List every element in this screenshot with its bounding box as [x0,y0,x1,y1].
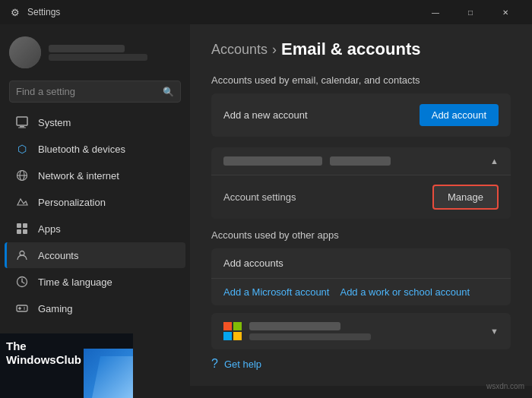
gaming-icon [15,302,29,315]
content-area: Accounts › Email & accounts Accounts use… [190,24,532,386]
svg-rect-1 [20,126,24,128]
add-new-account-label: Add a new account [223,109,308,121]
breadcrumb-separator: › [272,42,277,58]
chevron-down-icon: ▼ [490,327,499,336]
ms-logo-blue [223,332,232,340]
ms-logo-red [223,322,232,330]
account-settings-label: Account settings [223,191,423,203]
svg-rect-8 [17,229,21,234]
svg-line-13 [22,282,24,283]
chevron-up-icon: ▲ [490,156,499,166]
sidebar: 🔍 System ⬡ Bluetooth & devices [0,24,190,386]
sidebar-item-bluetooth[interactable]: ⬡ Bluetooth & devices [5,136,185,162]
personalization-icon [15,195,29,209]
sidebar-item-network[interactable]: Network & internet [5,163,185,188]
thewindowsclub-overlay: TheWindowsClub [0,333,133,398]
breadcrumb: Accounts › Email & accounts [211,39,511,59]
svg-point-19 [24,308,25,310]
sidebar-item-personalization-label: Personalization [38,197,106,208]
avatar [9,36,41,68]
other-apps-section-title: Accounts used by other apps [211,229,511,241]
minimize-button[interactable]: — [418,0,453,24]
ms-logo-yellow [233,332,242,340]
account-card: ▲ Account settings Manage [211,147,511,219]
svg-rect-6 [17,223,21,228]
ms-account-row[interactable]: ▼ [211,313,511,349]
sidebar-item-time-label: Time & language [38,276,112,288]
window-controls: — □ ✕ [418,0,523,24]
accounts-icon [15,248,29,262]
network-icon [15,169,29,182]
sidebar-item-personalization[interactable]: Personalization [5,189,185,215]
user-email [49,54,147,61]
user-profile[interactable] [0,24,190,77]
search-icon: 🔍 [163,87,174,97]
bluetooth-icon: ⬡ [15,142,29,156]
ms-account-name-blurred [249,322,340,330]
manage-button[interactable]: Manage [432,185,499,210]
time-icon [15,275,29,289]
add-microsoft-account-link[interactable]: Add a Microsoft account [223,286,329,298]
user-name [49,45,125,52]
get-help-row: ? Get help [211,349,511,371]
titlebar: ⚙ Settings — □ ✕ [0,0,532,24]
app-body: 🔍 System ⬡ Bluetooth & devices [0,24,532,386]
add-account-button[interactable]: Add account [420,104,499,126]
other-apps-card: Add accounts Add a Microsoft account Add… [211,248,511,305]
microsoft-logo [223,322,242,340]
watermark: wsxdn.com [486,382,524,390]
sidebar-item-apps[interactable]: Apps [5,216,185,242]
sidebar-item-bluetooth-label: Bluetooth & devices [38,144,125,155]
sidebar-nav: System ⬡ Bluetooth & devices Network & i… [0,109,190,351]
close-button[interactable]: ✕ [488,0,523,24]
titlebar-title: Settings [27,7,412,17]
get-help-link[interactable]: Get help [224,359,261,370]
sidebar-item-time[interactable]: Time & language [5,269,185,295]
sidebar-item-gaming[interactable]: Gaming [5,295,185,321]
ms-logo-green [233,322,242,330]
system-icon [15,115,29,129]
sidebar-item-gaming-label: Gaming [38,303,73,314]
sidebar-item-apps-label: Apps [38,223,61,235]
account-info-blurred [223,156,490,166]
sidebar-item-network-label: Network & internet [38,170,119,182]
account-card-header[interactable]: ▲ [211,147,511,175]
add-work-account-link[interactable]: Add a work or school account [340,286,470,298]
ms-account-email-blurred [249,333,371,340]
sidebar-item-accounts-label: Accounts [38,250,78,261]
svg-rect-7 [23,223,27,228]
svg-point-18 [24,307,25,308]
maximize-button[interactable]: □ [453,0,488,24]
search-input[interactable] [16,86,158,97]
account-name-blurred [223,156,322,166]
svg-rect-9 [23,229,27,234]
user-info [49,45,147,61]
email-section-title: Accounts used by email, calendar, and co… [211,74,511,86]
help-icon: ? [211,357,218,371]
sidebar-item-system[interactable]: System [5,109,185,135]
settings-window-icon: ⚙ [9,6,21,18]
svg-rect-0 [17,117,27,125]
sidebar-item-system-label: System [38,117,71,128]
breadcrumb-parent[interactable]: Accounts [211,42,268,58]
search-box[interactable]: 🔍 [9,81,181,103]
breadcrumb-current: Email & accounts [281,39,420,59]
add-accounts-header: Add accounts [211,248,511,279]
other-apps-links: Add a Microsoft account Add a work or sc… [211,279,511,305]
account-detail-blurred [330,156,391,166]
svg-rect-2 [18,128,26,128]
apps-icon [15,222,29,235]
sidebar-item-accounts[interactable]: Accounts [5,242,185,268]
add-account-card: Add a new account Add account [211,93,511,137]
account-card-expanded: Account settings Manage [211,175,511,219]
twc-text: TheWindowsClub [6,340,81,367]
